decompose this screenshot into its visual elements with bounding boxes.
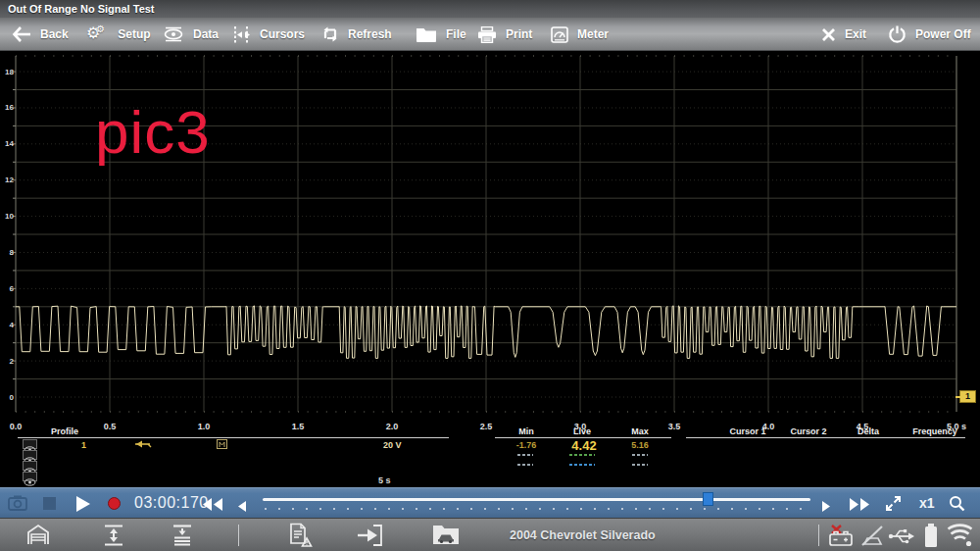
active-vehicle: 2004 Chevrolet Silverado	[510, 528, 656, 542]
refresh-icon	[321, 26, 339, 43]
home-garage-icon[interactable]	[25, 523, 51, 551]
bottom-divider-right	[818, 525, 819, 546]
min-value: -1.76	[505, 440, 548, 450]
profile-header: Profile	[51, 426, 100, 436]
channel2-visibility-toggle[interactable]	[23, 450, 37, 460]
back-icon	[12, 26, 31, 42]
fast-forward-button[interactable]	[849, 497, 870, 515]
scrub-thumb[interactable]	[703, 492, 713, 506]
y-tick-label: 4	[1, 321, 14, 329]
measurement-panel: 0.00.51.01.52.02.53.03.54.04.55.0 s Prof…	[0, 422, 980, 487]
main-toolbar: Back ⚙⚙ Setup Data Cursors Refresh File …	[0, 18, 980, 51]
playback-time: 03:00:170	[134, 494, 209, 512]
channel-1-marker[interactable]: 1	[959, 390, 976, 403]
refresh-button[interactable]: Refresh	[321, 18, 392, 51]
max-value: 5.16	[618, 440, 662, 450]
power-icon	[888, 25, 906, 43]
channel3-visibility-toggle[interactable]	[23, 461, 37, 471]
file-button[interactable]: File	[416, 18, 466, 51]
scrub-ticks	[265, 508, 809, 510]
data-button[interactable]: Data	[163, 18, 219, 51]
zoom-magnifier-button[interactable]	[949, 495, 965, 516]
cursor1-header: Cursor 1	[722, 426, 773, 436]
x-tick-label: 1.0	[184, 422, 223, 431]
expand-view-button[interactable]	[886, 496, 901, 515]
y-tick-label: 10	[1, 212, 14, 221]
step-back-button[interactable]	[237, 498, 247, 516]
stop-button[interactable]	[43, 497, 56, 510]
x-tick-label: 0.0	[0, 422, 35, 431]
expand-collapse-icon[interactable]	[101, 523, 126, 551]
cursor-underline	[686, 437, 965, 438]
channel4-visibility-toggle[interactable]	[23, 472, 37, 481]
y-tick-label: 12	[1, 175, 14, 184]
power-off-button[interactable]: Power Off	[888, 18, 971, 51]
coupling-icon[interactable]	[217, 439, 227, 451]
vehicle-records-folder-icon[interactable]	[432, 523, 460, 550]
exit-button[interactable]: Exit	[821, 18, 866, 51]
back-button[interactable]: Back	[12, 18, 69, 51]
probe-icon[interactable]	[128, 439, 152, 451]
y-tick-label: 2	[1, 357, 14, 366]
meter-icon	[551, 26, 568, 43]
title-bar: Out Of Range No Signal Test	[0, 0, 980, 18]
y-tick-label: 6	[1, 284, 14, 293]
no-signal-dashes	[517, 454, 533, 456]
timebase-value: 5 s	[378, 476, 391, 485]
play-button[interactable]	[76, 496, 90, 512]
scope-area: 181614121086420 pic3 1	[0, 51, 980, 422]
x-tick-label: 2.0	[372, 422, 412, 431]
no-signal-dashes	[569, 464, 595, 466]
live-header: Live	[557, 426, 608, 436]
step-forward-button[interactable]	[821, 498, 831, 516]
channel1-number: 1	[81, 440, 86, 450]
transfer-arrow-icon[interactable]	[356, 523, 383, 551]
annotation-pic3: pic3	[95, 102, 211, 163]
scope-module-off-icon	[860, 525, 885, 551]
x-tick-label: 1.5	[278, 422, 318, 431]
collapse-down-icon[interactable]	[170, 523, 195, 551]
gears-icon: ⚙⚙	[86, 25, 109, 43]
wifi-icon	[947, 522, 976, 551]
y-tick-label: 14	[1, 139, 14, 148]
meter-button[interactable]: Meter	[551, 18, 609, 51]
max-header: Max	[614, 426, 665, 436]
channel1-visibility-toggle[interactable]	[23, 439, 37, 449]
min-header: Min	[501, 426, 552, 436]
playback-bar: 03:00:170 x1	[0, 487, 980, 518]
no-signal-dashes	[517, 464, 533, 466]
channel1-scale: 20 V	[383, 440, 402, 450]
y-tick-label: 16	[1, 103, 14, 112]
app-root: Out Of Range No Signal Test Back ⚙⚙ Setu…	[0, 0, 980, 551]
no-signal-dashes	[632, 464, 648, 466]
rewind-button[interactable]	[202, 497, 223, 515]
y-tick-label: 18	[1, 68, 14, 76]
print-button[interactable]: Print	[477, 18, 532, 51]
y-tick-label: 8	[1, 248, 14, 257]
battery-disconnected-icon	[828, 525, 854, 551]
report-warning-icon[interactable]	[287, 523, 315, 551]
page-title: Out Of Range No Signal Test	[8, 3, 155, 15]
cursors-icon	[231, 26, 251, 43]
profile-underline	[18, 437, 449, 438]
cursor2-header: Cursor 2	[783, 426, 834, 436]
data-eye-icon	[163, 26, 184, 42]
snapshot-icon[interactable]	[8, 495, 27, 515]
folder-icon	[416, 26, 437, 42]
record-button[interactable]	[108, 497, 121, 510]
close-x-icon	[821, 27, 836, 42]
speed-indicator[interactable]: x1	[919, 495, 935, 511]
frequency-header: Frequency	[909, 426, 960, 436]
scrub-track[interactable]	[263, 498, 810, 501]
setup-button[interactable]: ⚙⚙ Setup	[86, 18, 151, 51]
no-signal-dashes	[632, 454, 648, 456]
bottom-bar: 2004 Chevrolet Silverado	[0, 518, 980, 551]
cursors-button[interactable]: Cursors	[231, 18, 305, 51]
battery-level-icon	[923, 523, 939, 551]
y-tick-label: 0	[1, 393, 14, 402]
no-signal-dashes	[569, 454, 595, 456]
delta-header: Delta	[843, 426, 894, 436]
bottom-divider-left	[238, 525, 239, 546]
x-tick-label: 2.5	[466, 422, 506, 431]
printer-icon	[477, 26, 497, 43]
